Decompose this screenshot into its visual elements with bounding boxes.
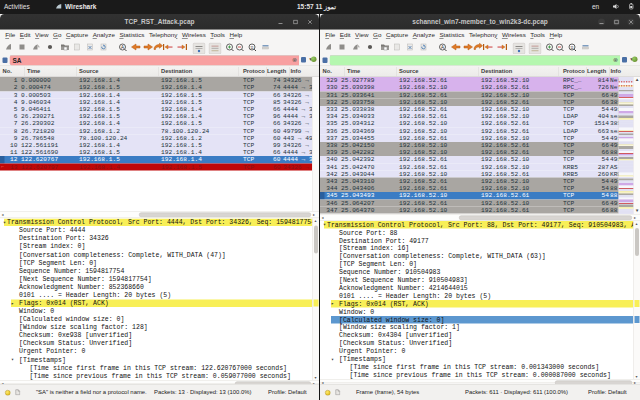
svg-text:A: A <box>441 45 444 50</box>
svg-text:A: A <box>121 45 124 50</box>
svg-text:11: 11 <box>570 46 574 50</box>
svg-text:11: 11 <box>250 46 254 50</box>
